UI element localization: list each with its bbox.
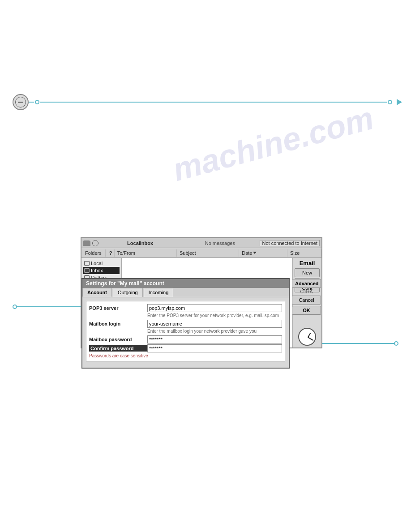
left-annotation <box>13 305 91 309</box>
toolbar-folders[interactable]: Folders <box>81 249 106 257</box>
cancel-button[interactable]: Cancel <box>292 296 321 305</box>
tab-outgoing[interactable]: Outgoing <box>113 288 143 297</box>
clock-minute-hand <box>308 337 313 340</box>
folder-inbox[interactable]: Inbox <box>83 267 120 274</box>
field-row-password: Mailbox password <box>89 335 282 343</box>
field-row-confirm-password: Confirm password <box>89 344 282 352</box>
line-main <box>40 102 387 103</box>
tab-incoming[interactable]: Incoming <box>144 288 174 297</box>
main-content-area: Local Inbox Outbox Email New Reply/ Cont <box>81 258 321 348</box>
arrow-right-icon <box>397 99 402 105</box>
confirm-password-label: Confirm password <box>89 345 147 352</box>
line-start-dot <box>35 100 39 104</box>
window-title: LocalInbox <box>100 240 180 246</box>
settings-body: POP3 server Enter the POP3 server for yo… <box>82 297 289 368</box>
folder-icon <box>83 240 90 246</box>
no-messages-label: No messages <box>180 240 260 246</box>
passwords-note: Passwords are case sensitive <box>89 353 282 358</box>
col-to-from: To/From <box>115 249 177 257</box>
settings-section: POP3 server Enter the POP3 server for yo… <box>86 301 285 361</box>
line-gap <box>29 102 34 103</box>
login-hint: Enter the mailbox login your network pro… <box>147 329 282 334</box>
connection-status: Not connected to Internet <box>260 240 320 246</box>
clock-widget <box>298 328 316 346</box>
left-annotation-dot <box>13 305 17 309</box>
line-end-dot <box>388 100 392 104</box>
field-row-pop3: POP3 server <box>89 304 282 312</box>
folder-local[interactable]: Local <box>83 260 120 267</box>
folder-local-icon <box>84 261 90 266</box>
email-label: Email <box>295 260 320 266</box>
title-bar: LocalInbox No messages Not connected to … <box>81 238 321 248</box>
sort-icon <box>253 252 257 254</box>
confirm-password-input[interactable] <box>147 344 282 352</box>
login-label: Mailbox login <box>89 321 147 326</box>
password-input[interactable] <box>147 335 282 343</box>
pop3-input[interactable] <box>147 304 282 312</box>
password-label: Mailbox password <box>89 337 147 342</box>
settings-dialog: Settings for "My mail" account Account O… <box>81 278 290 369</box>
watermark: machine.com <box>169 99 377 188</box>
inbox-icon <box>84 268 90 273</box>
globe-icon <box>13 94 29 110</box>
advanced-shortcut: Ctrl+A <box>292 289 321 294</box>
advanced-button[interactable]: Advanced <box>292 279 321 288</box>
col-size: Size <box>287 249 321 257</box>
toolbar-row: Folders ? To/From Subject Date Size <box>81 248 321 258</box>
col-subject: Subject <box>177 249 239 257</box>
login-input[interactable] <box>147 320 282 328</box>
settings-title: Settings for "My mail" account <box>82 279 289 288</box>
col-date: Date <box>239 249 287 257</box>
tab-account[interactable]: Account <box>82 288 112 297</box>
pop3-label: POP3 server <box>89 305 147 311</box>
pop3-hint: Enter the POP3 server for your network p… <box>147 313 282 318</box>
right-annotation-dot <box>394 341 398 346</box>
new-button[interactable]: New <box>295 268 320 277</box>
field-row-login: Mailbox login <box>89 320 282 328</box>
left-annotation-line <box>17 306 91 307</box>
settings-action-buttons: Advanced Ctrl+A Cancel OK <box>292 279 321 315</box>
settings-tabs: Account Outgoing Incoming <box>82 288 289 297</box>
top-decoration-line <box>13 94 402 110</box>
ok-button[interactable]: OK <box>292 306 321 315</box>
email-window: LocalInbox No messages Not connected to … <box>81 237 322 348</box>
globe-small-icon <box>92 240 98 246</box>
toolbar-help[interactable]: ? <box>106 249 115 257</box>
